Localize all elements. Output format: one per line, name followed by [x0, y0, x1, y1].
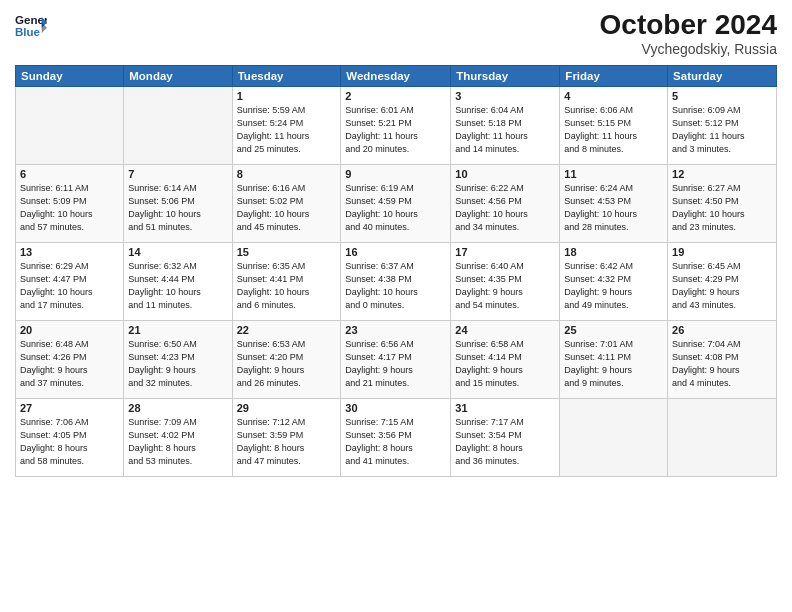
calendar-cell: 23Sunrise: 6:56 AM Sunset: 4:17 PM Dayli…	[341, 320, 451, 398]
day-info: Sunrise: 5:59 AM Sunset: 5:24 PM Dayligh…	[237, 104, 337, 156]
weekday-header-tuesday: Tuesday	[232, 65, 341, 86]
day-info: Sunrise: 6:19 AM Sunset: 4:59 PM Dayligh…	[345, 182, 446, 234]
day-info: Sunrise: 7:15 AM Sunset: 3:56 PM Dayligh…	[345, 416, 446, 468]
calendar-week-row: 27Sunrise: 7:06 AM Sunset: 4:05 PM Dayli…	[16, 398, 777, 476]
day-number: 10	[455, 168, 555, 180]
calendar-cell: 18Sunrise: 6:42 AM Sunset: 4:32 PM Dayli…	[560, 242, 668, 320]
day-number: 18	[564, 246, 663, 258]
day-number: 2	[345, 90, 446, 102]
day-info: Sunrise: 6:45 AM Sunset: 4:29 PM Dayligh…	[672, 260, 772, 312]
calendar-cell: 29Sunrise: 7:12 AM Sunset: 3:59 PM Dayli…	[232, 398, 341, 476]
day-number: 16	[345, 246, 446, 258]
day-info: Sunrise: 6:29 AM Sunset: 4:47 PM Dayligh…	[20, 260, 119, 312]
day-number: 14	[128, 246, 227, 258]
day-number: 28	[128, 402, 227, 414]
title-section: October 2024 Vychegodskiy, Russia	[600, 10, 777, 57]
weekday-header-saturday: Saturday	[668, 65, 777, 86]
day-info: Sunrise: 6:35 AM Sunset: 4:41 PM Dayligh…	[237, 260, 337, 312]
day-number: 13	[20, 246, 119, 258]
day-info: Sunrise: 7:09 AM Sunset: 4:02 PM Dayligh…	[128, 416, 227, 468]
day-info: Sunrise: 6:14 AM Sunset: 5:06 PM Dayligh…	[128, 182, 227, 234]
calendar-cell: 28Sunrise: 7:09 AM Sunset: 4:02 PM Dayli…	[124, 398, 232, 476]
calendar-cell: 14Sunrise: 6:32 AM Sunset: 4:44 PM Dayli…	[124, 242, 232, 320]
calendar-cell	[560, 398, 668, 476]
calendar-cell: 6Sunrise: 6:11 AM Sunset: 5:09 PM Daylig…	[16, 164, 124, 242]
calendar-cell: 7Sunrise: 6:14 AM Sunset: 5:06 PM Daylig…	[124, 164, 232, 242]
day-number: 22	[237, 324, 337, 336]
page-container: General Blue October 2024 Vychegodskiy, …	[0, 0, 792, 612]
calendar-cell: 10Sunrise: 6:22 AM Sunset: 4:56 PM Dayli…	[451, 164, 560, 242]
day-number: 15	[237, 246, 337, 258]
day-info: Sunrise: 6:48 AM Sunset: 4:26 PM Dayligh…	[20, 338, 119, 390]
day-info: Sunrise: 6:01 AM Sunset: 5:21 PM Dayligh…	[345, 104, 446, 156]
day-info: Sunrise: 6:53 AM Sunset: 4:20 PM Dayligh…	[237, 338, 337, 390]
day-number: 30	[345, 402, 446, 414]
day-info: Sunrise: 6:32 AM Sunset: 4:44 PM Dayligh…	[128, 260, 227, 312]
calendar-cell: 21Sunrise: 6:50 AM Sunset: 4:23 PM Dayli…	[124, 320, 232, 398]
day-number: 5	[672, 90, 772, 102]
calendar-week-row: 6Sunrise: 6:11 AM Sunset: 5:09 PM Daylig…	[16, 164, 777, 242]
calendar-table: SundayMondayTuesdayWednesdayThursdayFrid…	[15, 65, 777, 477]
calendar-cell: 17Sunrise: 6:40 AM Sunset: 4:35 PM Dayli…	[451, 242, 560, 320]
day-info: Sunrise: 7:06 AM Sunset: 4:05 PM Dayligh…	[20, 416, 119, 468]
day-info: Sunrise: 6:22 AM Sunset: 4:56 PM Dayligh…	[455, 182, 555, 234]
day-info: Sunrise: 7:12 AM Sunset: 3:59 PM Dayligh…	[237, 416, 337, 468]
calendar-cell: 4Sunrise: 6:06 AM Sunset: 5:15 PM Daylig…	[560, 86, 668, 164]
calendar-cell: 3Sunrise: 6:04 AM Sunset: 5:18 PM Daylig…	[451, 86, 560, 164]
day-number: 4	[564, 90, 663, 102]
logo-icon: General Blue	[15, 10, 47, 42]
calendar-cell: 25Sunrise: 7:01 AM Sunset: 4:11 PM Dayli…	[560, 320, 668, 398]
day-number: 19	[672, 246, 772, 258]
day-info: Sunrise: 6:06 AM Sunset: 5:15 PM Dayligh…	[564, 104, 663, 156]
day-number: 24	[455, 324, 555, 336]
day-info: Sunrise: 6:04 AM Sunset: 5:18 PM Dayligh…	[455, 104, 555, 156]
day-info: Sunrise: 6:40 AM Sunset: 4:35 PM Dayligh…	[455, 260, 555, 312]
day-info: Sunrise: 7:17 AM Sunset: 3:54 PM Dayligh…	[455, 416, 555, 468]
weekday-header-friday: Friday	[560, 65, 668, 86]
calendar-cell: 24Sunrise: 6:58 AM Sunset: 4:14 PM Dayli…	[451, 320, 560, 398]
day-info: Sunrise: 6:50 AM Sunset: 4:23 PM Dayligh…	[128, 338, 227, 390]
calendar-cell: 13Sunrise: 6:29 AM Sunset: 4:47 PM Dayli…	[16, 242, 124, 320]
calendar-cell: 5Sunrise: 6:09 AM Sunset: 5:12 PM Daylig…	[668, 86, 777, 164]
calendar-cell	[16, 86, 124, 164]
day-number: 25	[564, 324, 663, 336]
calendar-cell: 9Sunrise: 6:19 AM Sunset: 4:59 PM Daylig…	[341, 164, 451, 242]
day-info: Sunrise: 6:37 AM Sunset: 4:38 PM Dayligh…	[345, 260, 446, 312]
day-info: Sunrise: 6:16 AM Sunset: 5:02 PM Dayligh…	[237, 182, 337, 234]
calendar-cell: 15Sunrise: 6:35 AM Sunset: 4:41 PM Dayli…	[232, 242, 341, 320]
day-info: Sunrise: 6:24 AM Sunset: 4:53 PM Dayligh…	[564, 182, 663, 234]
calendar-cell	[668, 398, 777, 476]
day-number: 12	[672, 168, 772, 180]
calendar-cell: 20Sunrise: 6:48 AM Sunset: 4:26 PM Dayli…	[16, 320, 124, 398]
day-number: 17	[455, 246, 555, 258]
calendar-cell: 27Sunrise: 7:06 AM Sunset: 4:05 PM Dayli…	[16, 398, 124, 476]
day-info: Sunrise: 6:11 AM Sunset: 5:09 PM Dayligh…	[20, 182, 119, 234]
day-number: 27	[20, 402, 119, 414]
day-number: 8	[237, 168, 337, 180]
day-info: Sunrise: 7:01 AM Sunset: 4:11 PM Dayligh…	[564, 338, 663, 390]
day-number: 21	[128, 324, 227, 336]
calendar-cell: 16Sunrise: 6:37 AM Sunset: 4:38 PM Dayli…	[341, 242, 451, 320]
calendar-week-row: 20Sunrise: 6:48 AM Sunset: 4:26 PM Dayli…	[16, 320, 777, 398]
day-info: Sunrise: 6:09 AM Sunset: 5:12 PM Dayligh…	[672, 104, 772, 156]
day-number: 31	[455, 402, 555, 414]
calendar-cell: 31Sunrise: 7:17 AM Sunset: 3:54 PM Dayli…	[451, 398, 560, 476]
calendar-week-row: 1Sunrise: 5:59 AM Sunset: 5:24 PM Daylig…	[16, 86, 777, 164]
month-title: October 2024	[600, 10, 777, 41]
weekday-header-sunday: Sunday	[16, 65, 124, 86]
day-info: Sunrise: 6:42 AM Sunset: 4:32 PM Dayligh…	[564, 260, 663, 312]
day-number: 1	[237, 90, 337, 102]
weekday-header-thursday: Thursday	[451, 65, 560, 86]
day-info: Sunrise: 6:56 AM Sunset: 4:17 PM Dayligh…	[345, 338, 446, 390]
svg-text:Blue: Blue	[15, 26, 41, 38]
calendar-cell: 1Sunrise: 5:59 AM Sunset: 5:24 PM Daylig…	[232, 86, 341, 164]
calendar-cell: 30Sunrise: 7:15 AM Sunset: 3:56 PM Dayli…	[341, 398, 451, 476]
day-number: 29	[237, 402, 337, 414]
calendar-cell: 22Sunrise: 6:53 AM Sunset: 4:20 PM Dayli…	[232, 320, 341, 398]
calendar-cell: 11Sunrise: 6:24 AM Sunset: 4:53 PM Dayli…	[560, 164, 668, 242]
weekday-header-wednesday: Wednesday	[341, 65, 451, 86]
calendar-cell	[124, 86, 232, 164]
day-number: 6	[20, 168, 119, 180]
logo: General Blue	[15, 10, 47, 42]
day-info: Sunrise: 7:04 AM Sunset: 4:08 PM Dayligh…	[672, 338, 772, 390]
